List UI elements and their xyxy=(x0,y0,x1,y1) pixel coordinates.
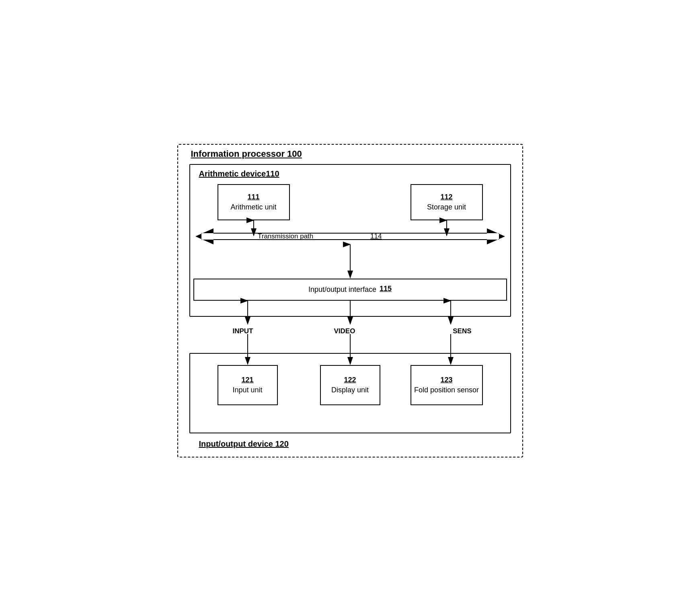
diagram-svg: Transmission path 114 xyxy=(169,136,531,466)
transmission-left-arrow xyxy=(195,228,213,244)
transmission-label: Transmission path xyxy=(258,232,313,240)
diagram-container: Information processor 100 Arithmetic dev… xyxy=(169,136,531,466)
transmission-right-arrow xyxy=(487,228,505,244)
transmission-number: 114 xyxy=(370,232,382,240)
